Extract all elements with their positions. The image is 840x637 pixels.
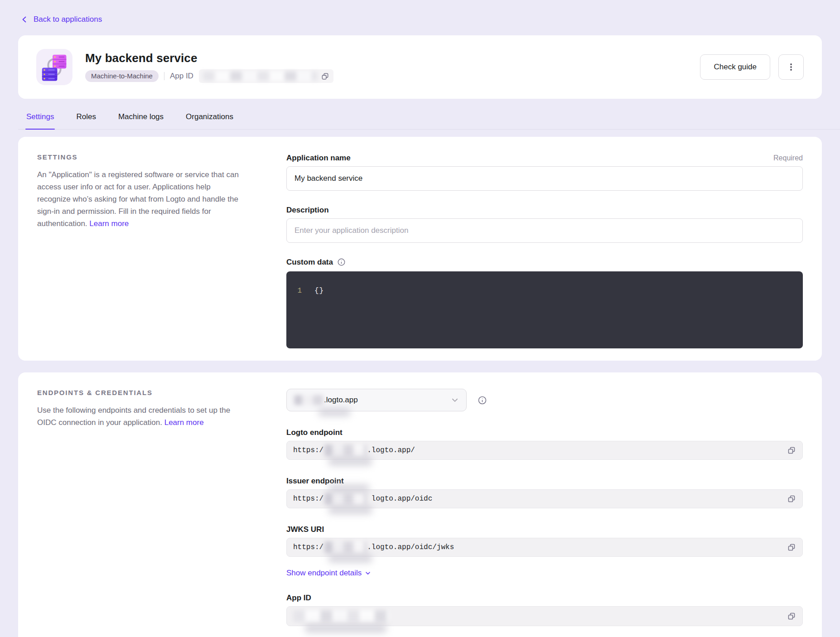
redacted-app-id [293,610,389,622]
tab-bar: Settings Roles Machine logs Organization… [25,110,822,130]
app-id-value [199,69,333,83]
info-icon[interactable] [337,258,346,266]
jwks-uri-group: JWKS URI https:/.logto.app/oidc/jwks [286,525,803,557]
editor-line-number: 1 [286,287,302,295]
required-hint: Required [773,154,803,162]
tenant-domain-suffix: .logto.app [324,396,358,405]
description-group: Description [286,205,803,243]
copy-icon [787,446,796,455]
chevron-down-icon [451,396,459,404]
application-name-group: Application name Required [286,153,803,191]
copy-button[interactable] [787,543,796,552]
app-header-card: My backend service Machine-to-Machine Ap… [18,35,822,99]
issuer-endpoint-label: Issuer endpoint [286,477,344,486]
editor-content: {} [314,287,324,295]
endpoints-section-description: Use the following endpoints and credenti… [37,404,242,429]
jwks-uri-value: https:/.logto.app/oidc/jwks [293,541,454,553]
kebab-icon [787,63,796,72]
copy-icon [787,543,796,552]
custom-data-label: Custom data [286,258,346,267]
tenant-endpoint-row: .logto.app [286,389,803,411]
logto-endpoint-label: Logto endpoint [286,428,343,437]
machine-to-machine-app-icon [36,49,72,85]
back-link-label: Back to applications [34,15,102,24]
custom-data-editor[interactable]: 1 {} [286,271,803,348]
divider [164,72,164,80]
copy-icon[interactable] [321,72,329,81]
more-options-button[interactable] [778,54,804,80]
page-title: My backend service [85,51,333,65]
application-name-label: Application name [286,154,351,163]
tab-organizations[interactable]: Organizations [185,110,234,130]
redacted-tenant-id [294,395,323,405]
description-input[interactable] [286,218,803,243]
check-guide-button[interactable]: Check guide [700,54,770,80]
logto-endpoint-group: Logto endpoint https:/.logto.app/ [286,428,803,460]
logto-endpoint-value: https:/.logto.app/ [293,444,415,456]
settings-section-description: An "Application" is a registered softwar… [37,169,242,230]
application-name-input[interactable] [286,166,803,191]
description-label: Description [286,206,329,215]
redacted-tenant-id [324,541,366,553]
tab-machine-logs[interactable]: Machine logs [117,110,164,130]
application-details-page: Back to applications [0,0,840,637]
endpoints-section-title: ENDPOINTS & CREDENTIALS [37,389,242,396]
jwks-uri-field: https:/.logto.app/oidc/jwks [286,538,803,557]
redacted-tenant-id [324,493,366,505]
app-type-badge: Machine-to-Machine [85,70,159,82]
redacted-tenant-id [324,444,366,456]
logto-endpoint-field: https:/.logto.app/ [286,441,803,460]
info-icon [478,396,487,405]
jwks-uri-label: JWKS URI [286,525,324,534]
issuer-endpoint-group: Issuer endpoint https:/ logto.app/oidc [286,476,803,508]
copy-button[interactable] [787,446,796,455]
show-endpoint-details-link[interactable]: Show endpoint details [286,569,371,578]
chevron-down-icon [365,570,371,576]
copy-button[interactable] [787,494,796,503]
copy-button[interactable] [787,612,796,621]
copy-icon [787,494,796,503]
app-id-group: App ID [286,593,803,626]
copy-icon [787,612,796,621]
settings-learn-more-link[interactable]: Learn more [89,219,129,228]
issuer-endpoint-value: https:/ logto.app/oidc [293,493,432,505]
endpoints-card: ENDPOINTS & CREDENTIALS Use the followin… [18,372,822,637]
app-id-field [286,606,803,626]
custom-data-group: Custom data 1 {} [286,257,803,348]
tenant-endpoint-select[interactable]: .logto.app [286,389,467,411]
endpoints-learn-more-link[interactable]: Learn more [164,418,204,427]
tab-roles[interactable]: Roles [75,110,97,130]
tenant-endpoint-info-button[interactable] [478,396,487,405]
back-to-applications-link[interactable]: Back to applications [21,14,102,24]
tab-settings[interactable]: Settings [25,110,55,130]
chevron-left-icon [21,16,28,23]
settings-card: SETTINGS An "Application" is a registere… [18,137,822,361]
redacted-app-id [203,72,317,81]
settings-section-title: SETTINGS [37,153,242,161]
issuer-endpoint-field: https:/ logto.app/oidc [286,489,803,508]
app-id-field-label: App ID [286,594,311,603]
app-id-label: App ID [170,72,193,81]
